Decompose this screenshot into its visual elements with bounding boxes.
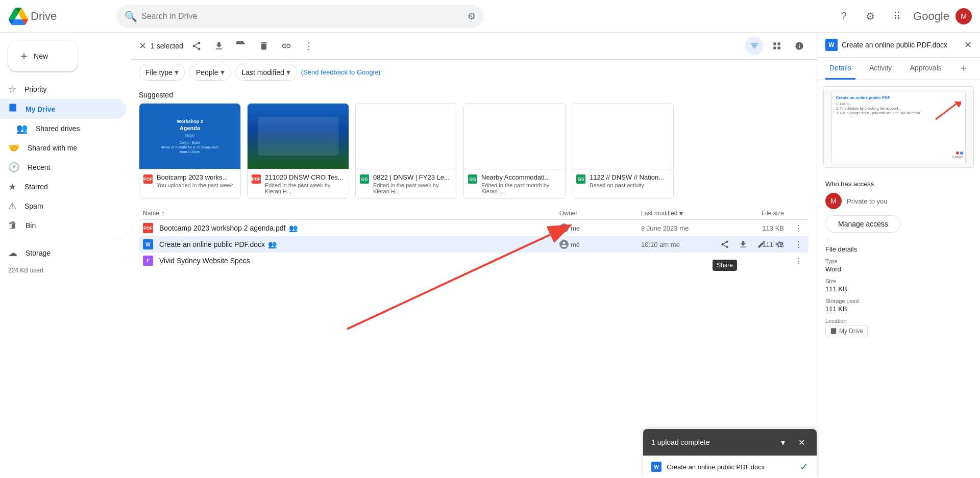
panel-body: Create an online public PDF 1. Go to... … xyxy=(817,80,980,478)
col-owner-header: Owner xyxy=(559,210,641,217)
feedback-link[interactable]: (Send feedback to Google) xyxy=(301,68,380,76)
people-label: People xyxy=(196,68,218,77)
share-toolbar-button[interactable] xyxy=(187,37,206,55)
star-file-button[interactable] xyxy=(772,236,788,253)
info-button[interactable] xyxy=(790,37,808,55)
settings-button[interactable]: ⚙ xyxy=(860,6,880,27)
svg-line-0 xyxy=(936,104,956,119)
add-tab-button[interactable]: + xyxy=(955,61,972,77)
delete-button[interactable] xyxy=(255,37,273,55)
apps-button[interactable]: ⠿ xyxy=(887,6,907,27)
suggested-card-4[interactable]: GS 1122 // DNSW // Nation... Based on pa… xyxy=(572,103,674,199)
toast-file-name: Create an online public PDF.docx xyxy=(667,463,795,471)
sidebar-item-starred[interactable]: ★ Starred xyxy=(0,177,126,196)
suggested-card-1[interactable]: PDF 211020 DNSW CRO Tes... Edited in the… xyxy=(247,103,349,199)
file-type-label: File type xyxy=(145,68,173,77)
shared-icon-1: 👥 xyxy=(268,240,277,248)
file-type-filter[interactable]: File type ▾ xyxy=(139,64,185,81)
file-name-2: Vivid Sydney Website Specs xyxy=(159,257,559,265)
shared-icon-0: 👥 xyxy=(289,224,298,232)
sidebar-item-spam[interactable]: ⚠ Spam xyxy=(0,196,126,216)
tab-approvals[interactable]: Approvals xyxy=(906,58,946,80)
last-modified-chevron: ▾ xyxy=(286,67,290,77)
owner-avatar-1 xyxy=(559,240,569,249)
file-row-2[interactable]: F Vivid Sydney Website Specs ⋮ xyxy=(139,253,808,269)
file-details-section: File details Type Word Size 111 KB Stora… xyxy=(817,239,980,348)
search-input[interactable] xyxy=(141,12,463,21)
file-icon-0: PDF xyxy=(143,223,153,233)
file-modified-0: 8 June 2023 me xyxy=(641,224,743,232)
sort-arrow: ↑ xyxy=(161,209,165,217)
file-name-1: Create an online public PDF.docx 👥 xyxy=(159,240,559,248)
people-filter[interactable]: People ▾ xyxy=(189,64,231,81)
card-icon-3: GS xyxy=(468,174,477,184)
download-file-button[interactable] xyxy=(735,236,751,253)
card-name-3: Nearby Accommodati... xyxy=(481,173,561,181)
who-has-access-section: Who has access M Private to you Manage a… xyxy=(817,174,980,239)
panel-preview: Create an online public PDF 1. Go to... … xyxy=(823,86,974,168)
file-icon-1: W xyxy=(143,239,153,249)
panel-title: Create an online public PDF.docx xyxy=(842,40,960,49)
tab-details[interactable]: Details xyxy=(825,58,855,80)
right-panel: W Create an online public PDF.docx ✕ Det… xyxy=(817,33,980,478)
sidebar-item-storage[interactable]: ☁ Storage xyxy=(0,243,126,263)
sidebar-item-mydrive[interactable]: My Drive xyxy=(0,99,126,119)
logo-area: Drive xyxy=(8,8,110,25)
suggested-card-0[interactable]: Workshop 2 Agenda NSW Day 1 - Build Arri… xyxy=(139,103,241,199)
file-more-2[interactable]: ⋮ xyxy=(790,253,806,269)
file-more-0[interactable]: ⋮ xyxy=(790,220,806,236)
plus-icon: + xyxy=(20,49,28,63)
filter-active-button[interactable] xyxy=(745,37,764,55)
sidebar-item-priority[interactable]: ☆ Priority xyxy=(0,80,126,99)
file-actions-2: ⋮ xyxy=(790,253,806,269)
panel-close-button[interactable]: ✕ xyxy=(964,39,972,51)
toast-collapse-button[interactable]: ▾ xyxy=(776,435,790,449)
download-button[interactable] xyxy=(210,37,228,55)
suggested-card-2[interactable]: GS 0822 | DNSW | FY23 Le... Edited in th… xyxy=(355,103,457,199)
sidebar-label-priority: Priority xyxy=(24,85,47,93)
last-modified-filter[interactable]: Last modified ▾ xyxy=(235,64,297,81)
add-to-drive-button[interactable] xyxy=(232,37,251,55)
search-filter-icon[interactable]: ⚙ xyxy=(468,11,476,22)
card-icon-2: GS xyxy=(360,174,369,184)
bin-icon: 🗑 xyxy=(8,220,17,231)
file-row-0[interactable]: PDF Bootcamp 2023 workshop 2 agenda.pdf … xyxy=(139,220,808,236)
grid-view-button[interactable] xyxy=(768,37,786,55)
sidebar-item-shareddrives[interactable]: 👥 Shared drives xyxy=(0,119,126,138)
recent-icon: 🕐 xyxy=(8,162,19,173)
manage-access-button[interactable]: Manage access xyxy=(825,215,901,233)
modified-sort-arrow: ▾ xyxy=(679,209,683,217)
location-chip[interactable]: My Drive xyxy=(825,325,868,337)
sidebar-item-sharedwithme[interactable]: 🤝 Shared with me xyxy=(0,138,126,158)
card-name-1: 211020 DNSW CRO Tes... xyxy=(265,173,345,181)
panel-tabs: Details Activity Approvals + xyxy=(817,58,980,80)
col-modified-header[interactable]: Last modified ▾ xyxy=(641,209,743,217)
col-name-header[interactable]: Name ↑ xyxy=(143,209,559,217)
sidebar-item-recent[interactable]: 🕐 Recent xyxy=(0,158,126,177)
more-options-button[interactable]: ⋮ xyxy=(300,37,318,55)
file-row-1[interactable]: W Create an online public PDF.docx 👥 me … xyxy=(139,236,808,253)
panel-doc-icon: W xyxy=(825,39,838,51)
suggested-card-3[interactable]: GS Nearby Accommodati... Edited in the p… xyxy=(463,103,566,199)
file-more-1[interactable]: ⋮ xyxy=(790,236,806,253)
tab-activity[interactable]: Activity xyxy=(865,58,896,80)
share-file-button[interactable]: Share xyxy=(717,236,733,253)
card-meta-4: Based on past activity xyxy=(590,182,669,188)
close-selection-button[interactable]: ✕ xyxy=(139,40,146,52)
card-meta-3: Edited in the past month by Kieran ... xyxy=(481,182,561,194)
toast-close-button[interactable]: ✕ xyxy=(794,435,808,449)
toolbar: ✕ 1 selected ⋮ xyxy=(131,33,817,60)
sidebar-label-starred: Starred xyxy=(24,183,48,191)
search-bar[interactable]: 🔍 ⚙ xyxy=(116,5,484,28)
edit-file-button[interactable] xyxy=(753,236,770,253)
header: Drive 🔍 ⚙ ? ⚙ ⠿ Google M xyxy=(0,0,980,33)
file-actions-1: Share ⋮ xyxy=(717,236,806,253)
toast-doc-icon: W xyxy=(651,462,662,472)
user-avatar[interactable]: M xyxy=(955,8,972,24)
card-meta-2: Edited in the past week by Kieran H... xyxy=(373,182,453,194)
sidebar-item-bin[interactable]: 🗑 Bin xyxy=(0,216,126,235)
get-link-button[interactable] xyxy=(277,37,296,55)
who-access-row: M Private to you xyxy=(825,193,972,209)
new-button[interactable]: + New xyxy=(8,41,78,71)
help-button[interactable]: ? xyxy=(834,6,854,27)
